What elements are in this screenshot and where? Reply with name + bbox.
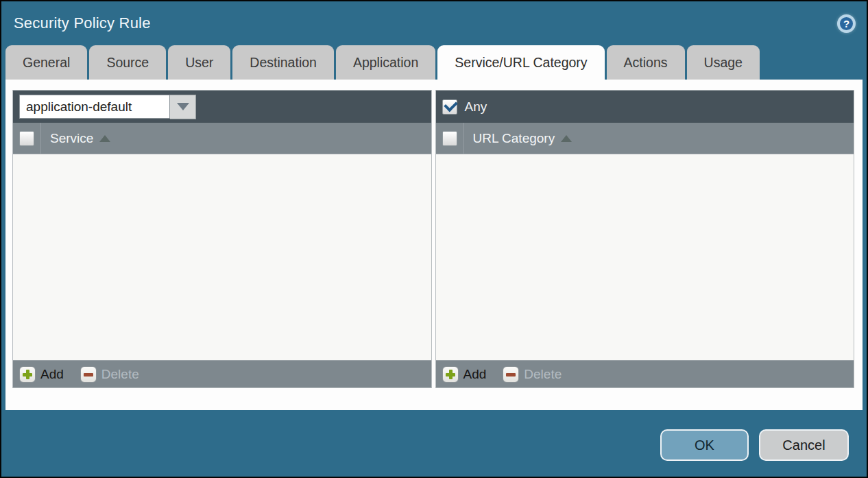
service-delete-button[interactable]: Delete bbox=[80, 366, 139, 383]
url-category-delete-button[interactable]: Delete bbox=[503, 366, 562, 383]
url-category-panel-topbar: Any bbox=[436, 91, 854, 123]
plus-icon bbox=[442, 366, 459, 383]
service-type-input[interactable] bbox=[19, 95, 170, 119]
help-icon[interactable]: ? bbox=[837, 14, 856, 33]
url-category-column-header-row: URL Category bbox=[436, 123, 854, 154]
url-category-toolbar: Add Delete bbox=[436, 360, 854, 387]
service-type-combo bbox=[19, 95, 196, 119]
url-category-column-label: URL Category bbox=[473, 131, 555, 146]
service-panel-topbar bbox=[13, 91, 431, 123]
url-category-select-all-cell bbox=[436, 123, 464, 154]
tab-service-url-category[interactable]: Service/URL Category bbox=[437, 45, 604, 80]
service-column-header-row: Service bbox=[13, 123, 431, 154]
cancel-button[interactable]: Cancel bbox=[759, 429, 849, 461]
tab-actions[interactable]: Actions bbox=[607, 45, 685, 80]
chevron-down-icon bbox=[177, 103, 189, 110]
url-category-any-label: Any bbox=[465, 99, 487, 115]
service-select-all-checkbox[interactable] bbox=[19, 131, 34, 146]
tab-general[interactable]: General bbox=[5, 45, 87, 80]
sort-asc-icon bbox=[561, 135, 572, 142]
url-category-any-checkbox[interactable] bbox=[442, 99, 457, 115]
add-button-label: Add bbox=[40, 367, 64, 382]
url-category-select-all-checkbox[interactable] bbox=[442, 131, 457, 146]
url-category-panel: Any URL Category Add Delete bbox=[435, 90, 855, 388]
delete-button-label: Delete bbox=[101, 367, 139, 382]
tab-application[interactable]: Application bbox=[336, 45, 435, 80]
minus-icon bbox=[80, 366, 97, 383]
security-policy-rule-dialog: Security Policy Rule ? General Source Us… bbox=[0, 0, 868, 478]
url-category-add-button[interactable]: Add bbox=[442, 366, 487, 383]
url-category-column-sort[interactable]: URL Category bbox=[464, 123, 572, 154]
dialog-title: Security Policy Rule bbox=[14, 14, 151, 32]
service-list-body bbox=[13, 154, 431, 360]
tab-content-area: Service Add Delete Any bbox=[5, 80, 863, 410]
service-column-sort[interactable]: Service bbox=[41, 123, 110, 154]
service-toolbar: Add Delete bbox=[13, 360, 431, 387]
service-panel: Service Add Delete bbox=[12, 90, 432, 388]
service-select-all-cell bbox=[13, 123, 41, 154]
tab-usage[interactable]: Usage bbox=[687, 45, 760, 80]
dialog-footer: OK Cancel bbox=[660, 429, 849, 461]
titlebar: Security Policy Rule ? bbox=[1, 1, 867, 45]
ok-button[interactable]: OK bbox=[660, 429, 749, 461]
plus-icon bbox=[19, 366, 36, 383]
tab-strip: General Source User Destination Applicat… bbox=[1, 45, 867, 80]
url-category-list-body bbox=[436, 154, 854, 360]
add-button-label: Add bbox=[463, 367, 487, 382]
service-add-button[interactable]: Add bbox=[19, 366, 64, 383]
tab-destination[interactable]: Destination bbox=[232, 45, 334, 80]
minus-icon bbox=[503, 366, 519, 383]
delete-button-label: Delete bbox=[524, 367, 562, 382]
sort-asc-icon bbox=[99, 135, 110, 142]
service-column-label: Service bbox=[50, 131, 93, 146]
tab-user[interactable]: User bbox=[168, 45, 230, 80]
service-type-dropdown-button[interactable] bbox=[170, 95, 196, 119]
tab-source[interactable]: Source bbox=[89, 45, 166, 80]
